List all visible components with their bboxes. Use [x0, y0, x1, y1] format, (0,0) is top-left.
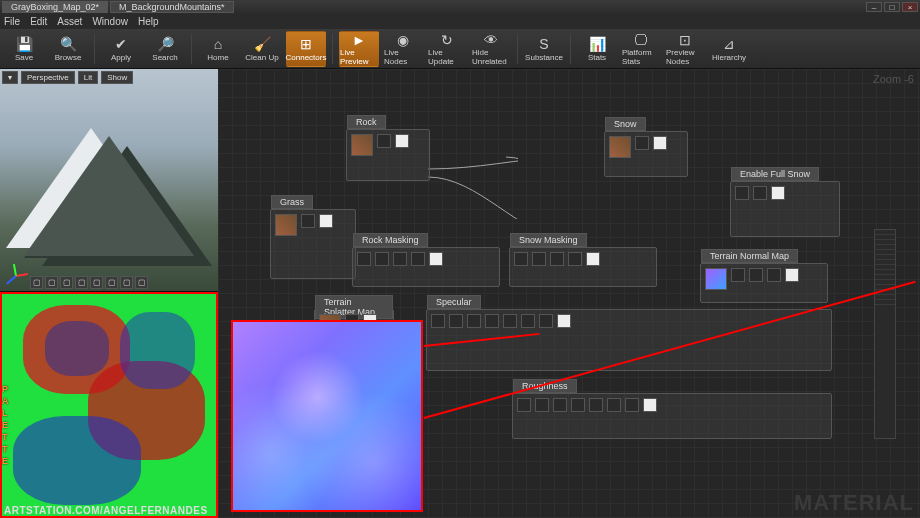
group-rock[interactable]: Rock [346, 129, 430, 181]
viewport-mini-button[interactable]: ▢ [105, 276, 118, 289]
viewport-lit-button[interactable]: Lit [78, 71, 98, 84]
toolbar-live-nodes-button[interactable]: ◉Live Nodes [383, 31, 423, 67]
node-slot[interactable] [553, 398, 567, 412]
node-slot[interactable] [643, 398, 657, 412]
normal-map-preview [231, 320, 423, 512]
node-slot[interactable] [532, 252, 546, 266]
viewport-menu-button[interactable]: ▾ [2, 71, 18, 84]
node-slot[interactable] [375, 252, 389, 266]
node-slot[interactable] [557, 314, 571, 328]
node-slot[interactable] [351, 134, 373, 156]
node-slot[interactable] [753, 186, 767, 200]
menu-edit[interactable]: Edit [30, 16, 47, 27]
node-slot[interactable] [771, 186, 785, 200]
viewport-mini-button[interactable]: ▢ [120, 276, 133, 289]
node-slot[interactable] [539, 314, 553, 328]
group-caption: Grass [271, 195, 313, 209]
node-slot[interactable] [749, 268, 763, 282]
group-enable-full-snow[interactable]: Enable Full Snow [730, 181, 840, 237]
node-slot[interactable] [467, 314, 481, 328]
node-slot[interactable] [411, 252, 425, 266]
node-slot[interactable] [625, 398, 639, 412]
node-slot[interactable] [395, 134, 409, 148]
minimize-button[interactable]: – [866, 2, 882, 12]
node-slot[interactable] [521, 314, 535, 328]
node-slot[interactable] [275, 214, 297, 236]
group-caption: Snow [605, 117, 646, 131]
node-slot[interactable] [550, 252, 564, 266]
toolbar-substance-button[interactable]: SSubstance [524, 31, 564, 67]
toolbar-preview-nodes-button[interactable]: ⊡Preview Nodes [665, 31, 705, 67]
toolbar-apply-button[interactable]: ✔Apply [101, 31, 141, 67]
node-slot[interactable] [514, 252, 528, 266]
node-slot[interactable] [357, 252, 371, 266]
node-slot[interactable] [449, 314, 463, 328]
toolbar-browse-button[interactable]: 🔍Browse [48, 31, 88, 67]
palette-side-tabs[interactable]: PALETTE [2, 383, 9, 467]
node-slot[interactable] [767, 268, 781, 282]
viewport-mini-button[interactable]: ▢ [90, 276, 103, 289]
menu-window[interactable]: Window [92, 16, 128, 27]
viewport-mini-button[interactable]: ▢ [135, 276, 148, 289]
node-slot[interactable] [503, 314, 517, 328]
toolbar-live-update-button[interactable]: ↻Live Update [427, 31, 467, 67]
platform-stats-icon: 🖵 [632, 32, 650, 48]
apply-icon: ✔ [112, 35, 130, 53]
node-slot[interactable] [705, 268, 727, 290]
menu-help[interactable]: Help [138, 16, 159, 27]
viewport-perspective-button[interactable]: Perspective [21, 71, 75, 84]
group-terrain-normal-map[interactable]: Terrain Normal Map [700, 263, 828, 303]
menu-file[interactable]: File [4, 16, 20, 27]
node-slot[interactable] [431, 314, 445, 328]
material-output-node[interactable] [874, 229, 896, 439]
menu-bar: File Edit Asset Window Help [0, 14, 920, 29]
node-slot[interactable] [485, 314, 499, 328]
window-tab-1[interactable]: GrayBoxing_Map_02* [2, 1, 108, 13]
node-slot[interactable] [571, 398, 585, 412]
node-slot[interactable] [607, 398, 621, 412]
viewport-mini-button[interactable]: ▢ [60, 276, 73, 289]
close-button[interactable]: × [902, 2, 918, 12]
node-slot[interactable] [609, 136, 631, 158]
node-slot[interactable] [589, 398, 603, 412]
toolbar-clean-up-button[interactable]: 🧹Clean Up [242, 31, 282, 67]
viewport-mini-button[interactable]: ▢ [30, 276, 43, 289]
window-tab-2[interactable]: M_BackgroundMountains* [110, 1, 234, 13]
toolbar-hide-unrelated-button[interactable]: 👁Hide Unrelated [471, 31, 511, 67]
node-slot[interactable] [319, 214, 333, 228]
node-slot[interactable] [735, 186, 749, 200]
group-snow-masking[interactable]: Snow Masking [509, 247, 657, 287]
material-watermark: MATERIAL [794, 490, 914, 516]
node-slot[interactable] [586, 252, 600, 266]
node-slot[interactable] [301, 214, 315, 228]
toolbar-home-button[interactable]: ⌂Home [198, 31, 238, 67]
node-slot[interactable] [653, 136, 667, 150]
toolbar-search-button[interactable]: 🔎Search [145, 31, 185, 67]
menu-asset[interactable]: Asset [57, 16, 82, 27]
toolbar-save-button[interactable]: 💾Save [4, 31, 44, 67]
node-slot[interactable] [429, 252, 443, 266]
toolbar-live-preview-button[interactable]: ►Live Preview [339, 31, 379, 67]
group-snow[interactable]: Snow [604, 131, 688, 177]
node-slot[interactable] [517, 398, 531, 412]
viewport-mini-button[interactable]: ▢ [45, 276, 58, 289]
material-graph[interactable]: Zoom -6 [218, 69, 920, 518]
node-slot[interactable] [731, 268, 745, 282]
node-slot[interactable] [535, 398, 549, 412]
maximize-button[interactable]: □ [884, 2, 900, 12]
viewport-mini-button[interactable]: ▢ [75, 276, 88, 289]
group-roughness[interactable]: Roughness [512, 393, 832, 439]
toolbar-stats-button[interactable]: 📊Stats [577, 31, 617, 67]
node-slot[interactable] [568, 252, 582, 266]
node-slot[interactable] [635, 136, 649, 150]
node-slot[interactable] [785, 268, 799, 282]
toolbar-connectors-button[interactable]: ⊞Connectors [286, 31, 326, 67]
node-slot[interactable] [377, 134, 391, 148]
group-grass[interactable]: Grass [270, 209, 356, 279]
viewport-show-button[interactable]: Show [101, 71, 133, 84]
node-slot[interactable] [393, 252, 407, 266]
preview-viewport[interactable]: ▾ Perspective Lit Show ▢ ▢ ▢ ▢ ▢ ▢ ▢ ▢ [0, 69, 218, 292]
toolbar-platform-stats-button[interactable]: 🖵Platform Stats [621, 31, 661, 67]
group-rock-masking[interactable]: Rock Masking [352, 247, 500, 287]
toolbar-hierarchy-button[interactable]: ⊿Hierarchy [709, 31, 749, 67]
